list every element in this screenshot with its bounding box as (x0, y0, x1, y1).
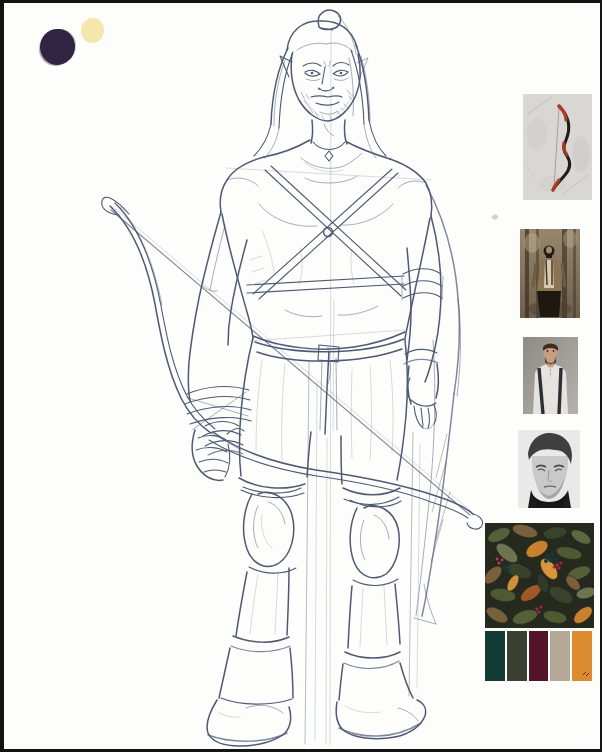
autumn-foliage-illustration (485, 523, 594, 628)
reference-photo-recurve-bow (523, 94, 592, 200)
reference-photo-man-portrait-bw (518, 430, 580, 508)
reference-photo-bearded-man-forest (520, 229, 580, 318)
forest-man-illustration (520, 229, 580, 318)
reference-photo-autumn-foliage (485, 523, 594, 628)
reference-photo-man-henley-suspenders (523, 337, 578, 414)
recurve-bow-illustration (523, 94, 592, 200)
color-palette-strip (485, 631, 592, 681)
knees (243, 487, 401, 586)
palette-swatch-dark-teal (485, 631, 505, 681)
henley-man-illustration (523, 337, 578, 414)
palette-swatch-maroon (529, 631, 549, 681)
head (280, 10, 368, 121)
bow (102, 197, 483, 529)
shorts (239, 338, 407, 504)
palette-swatch-warm-beige (550, 631, 570, 681)
canvas-edge-left (0, 0, 4, 752)
faint-smudge-mark (489, 211, 501, 223)
tiny-signature-mark (582, 670, 590, 678)
neck-necklace (264, 120, 390, 161)
cape (409, 185, 461, 696)
canvas-edge-top (0, 0, 602, 3)
palette-swatch-charcoal-green (507, 631, 527, 681)
concept-art-board (0, 0, 602, 752)
left-arm (185, 212, 251, 480)
belt (255, 339, 404, 384)
bw-portrait-illustration (518, 430, 580, 508)
torso (220, 153, 432, 349)
palette-swatch-amber-orange (572, 631, 592, 681)
